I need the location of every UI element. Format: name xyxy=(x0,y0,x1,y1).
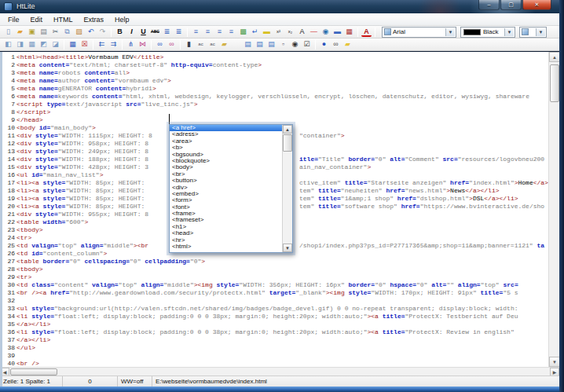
line-number: 16 xyxy=(2,171,15,179)
subscript-icon[interactable]: x₂ xyxy=(285,27,295,37)
underline-icon[interactable]: U xyxy=(138,27,148,37)
table-frame-icon[interactable]: ▦ xyxy=(27,39,37,49)
menu-item-extras[interactable]: Extras xyxy=(79,15,110,24)
color-palette-icon[interactable]: ▦ xyxy=(344,27,354,37)
paste-icon[interactable]: ▨ xyxy=(74,27,84,37)
list-style-icon-3[interactable]: ▤ xyxy=(266,39,277,49)
chevron-down-icon[interactable]: ▼ xyxy=(504,28,514,36)
menu-item-help[interactable]: Help xyxy=(109,15,135,24)
font-color-icon[interactable]: A xyxy=(361,27,372,37)
font-family-select[interactable]: Arial▼ xyxy=(382,27,456,38)
save-icon[interactable]: ▣ xyxy=(27,27,37,37)
line-number: 19 xyxy=(2,195,15,203)
menu-item-file[interactable]: File xyxy=(2,15,25,24)
marquee-icon[interactable]: ▬ xyxy=(332,27,342,37)
find-replace-icon[interactable]: ∞ xyxy=(167,39,177,49)
numbered-list-icon[interactable]: ≣ xyxy=(174,27,184,37)
font-color-select-value: Black xyxy=(483,28,499,35)
scrollbar-thumb[interactable] xyxy=(283,134,292,152)
chevron-down-icon[interactable]: ▼ xyxy=(445,28,455,36)
italic-icon[interactable]: I xyxy=(126,27,137,37)
highlight-icon[interactable]: ▬ xyxy=(262,27,272,37)
frame-bottom-icon[interactable]: ◧ xyxy=(3,39,13,49)
font-size-select[interactable]: ▼ xyxy=(519,27,547,38)
print-icon[interactable]: ▤ xyxy=(38,27,49,37)
browser-icon[interactable]: ● xyxy=(319,39,329,49)
line-number: 28 xyxy=(2,266,15,273)
autocomplete-scrollbar[interactable]: ▲ ▼ xyxy=(282,125,292,252)
autocomplete-item[interactable]: <area> xyxy=(170,138,282,145)
line-number: 6 xyxy=(2,93,15,101)
line-number: 18 xyxy=(2,187,15,195)
status-count: 0 xyxy=(63,376,118,387)
chevron-down-icon[interactable]: ▼ xyxy=(536,28,545,36)
code-view-icon-2[interactable]: ac xyxy=(207,39,218,49)
folder-icon[interactable]: ▰ xyxy=(342,39,353,49)
code-line: <meta name=robots content=all> xyxy=(16,69,548,77)
menu-item-edit[interactable]: Edit xyxy=(25,15,49,24)
copy-icon[interactable]: ⧉ xyxy=(62,27,72,37)
line-number: 12 xyxy=(2,140,15,148)
find-icon[interactable]: ∞ xyxy=(155,39,165,49)
menu-item-html[interactable]: HTML xyxy=(48,15,79,24)
vertical-scrollbar[interactable]: ▲ ▼ xyxy=(548,52,559,367)
scroll-up-icon[interactable]: ▲ xyxy=(283,125,292,134)
code-line: <br /><a href="http://www.geardownload.c… xyxy=(16,289,548,297)
scroll-up-icon[interactable]: ▲ xyxy=(549,52,560,62)
strikethrough-icon[interactable]: ABC xyxy=(150,27,160,37)
insert-row-icon[interactable]: ⇉ xyxy=(108,39,119,49)
list-style-icon-2[interactable]: ▤ xyxy=(255,39,265,49)
autocomplete-item[interactable]: <body> xyxy=(170,164,282,170)
insert-column-icon[interactable]: ⇇ xyxy=(97,39,107,49)
new-file-icon[interactable]: ▯ xyxy=(3,27,13,37)
line-number: 11 xyxy=(2,132,15,140)
insert-object-icon[interactable]: ▩ xyxy=(238,27,248,37)
autocomplete-item[interactable]: <html> xyxy=(170,244,282,250)
scroll-down-icon[interactable]: ▼ xyxy=(283,244,292,252)
line-number: 26 xyxy=(2,250,15,258)
minimize-button[interactable]: – xyxy=(478,0,500,10)
justify-icon[interactable]: ≡ xyxy=(226,27,236,37)
close-button[interactable]: ✕ xyxy=(522,0,551,10)
undo-icon[interactable]: ↶ xyxy=(86,27,96,37)
form-checkbox-icon[interactable]: ☑ xyxy=(302,39,312,49)
split-cell-icon[interactable]: ⋔ xyxy=(126,39,136,49)
align-right-icon[interactable]: ≡ xyxy=(214,27,225,37)
insert-table-icon[interactable]: ▦ xyxy=(68,39,78,49)
form-radio-icon[interactable]: ◉ xyxy=(290,39,300,49)
form-button-icon[interactable]: ▫ xyxy=(278,39,288,49)
scroll-down-icon[interactable]: ▼ xyxy=(549,357,560,367)
maximize-button[interactable]: ▢ xyxy=(500,0,522,10)
line-number: 23 xyxy=(2,226,15,234)
line-break-icon[interactable]: ↵ xyxy=(250,27,260,37)
scrollbar-thumb[interactable] xyxy=(10,368,57,376)
font-icon[interactable]: A xyxy=(297,27,307,37)
merge-cell-icon[interactable]: ⋈ xyxy=(137,39,148,49)
search-icon[interactable]: ∞ xyxy=(331,39,341,49)
blank-icon[interactable] xyxy=(231,39,241,49)
superscript-icon[interactable]: x² xyxy=(273,27,284,37)
horizontal-rule-icon[interactable]: ― xyxy=(309,27,319,37)
font-color-select[interactable]: Black▼ xyxy=(460,27,515,38)
autocomplete-item[interactable]: <frameset> xyxy=(170,217,282,223)
frame-split-icon[interactable]: ◩ xyxy=(38,39,49,49)
align-left-icon[interactable]: ≡ xyxy=(191,27,201,37)
cut-icon[interactable]: ✂ xyxy=(50,27,60,37)
bold-icon[interactable]: B xyxy=(115,27,125,37)
open-file-icon[interactable]: ▰ xyxy=(15,27,25,37)
frame-top-icon[interactable]: ◨ xyxy=(15,39,25,49)
list-style-icon-1[interactable]: ▤ xyxy=(243,39,253,49)
toolbar-separator xyxy=(357,27,358,37)
globe-icon[interactable]: ◉ xyxy=(320,27,331,37)
horizontal-scrollbar[interactable]: ◀ ▶ xyxy=(0,367,559,376)
align-center-icon[interactable]: ≡ xyxy=(203,27,213,37)
bullet-list-icon[interactable]: ≣ xyxy=(162,27,172,37)
redo-icon[interactable]: ↷ xyxy=(97,27,108,37)
preview-icon[interactable]: ▮ xyxy=(184,39,194,49)
open-folder-icon[interactable]: ▰ xyxy=(219,39,229,49)
delete-table-icon[interactable]: ☒ xyxy=(79,39,90,49)
code-view-icon-1[interactable]: ac xyxy=(196,39,206,49)
scrollbar-thumb[interactable] xyxy=(550,64,559,102)
autocomplete-item[interactable]: <head> xyxy=(170,230,282,236)
frame-delete-icon[interactable]: ◪ xyxy=(50,39,60,49)
